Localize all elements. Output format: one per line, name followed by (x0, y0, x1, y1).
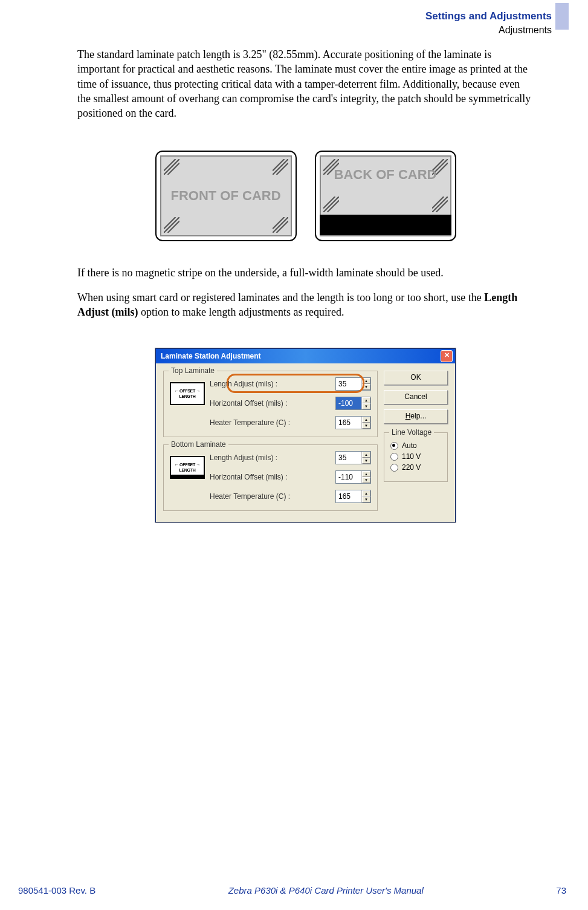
hatch-icon (432, 197, 448, 212)
dialog-titlebar[interactable]: Laminate Station Adjustment ✕ (156, 349, 455, 363)
bottom-hoffset-spinner[interactable]: ▲▼ (335, 470, 371, 484)
bottom-length-label: Length Adjust (mils) : (210, 453, 277, 462)
cancel-button[interactable]: Cancel (384, 390, 448, 405)
diagram-stripe (170, 475, 205, 478)
p3-c: option to make length adjustments as req… (138, 306, 344, 318)
bottom-laminate-group: Bottom Laminate ← OFFSET → LENGTH (163, 444, 378, 511)
spinner-up-icon[interactable]: ▲ (362, 397, 370, 403)
spinner-up-icon[interactable]: ▲ (362, 452, 370, 458)
svg-line-0 (164, 159, 179, 175)
p3-a: When using smart card or registered lami… (77, 291, 484, 304)
dialog-screenshot-wrap: Laminate Station Adjustment ✕ Top Lamina… (77, 348, 534, 522)
close-button[interactable]: ✕ (441, 350, 453, 362)
header-sub: Adjustments (425, 24, 552, 37)
diagram-length-label: LENGTH (179, 468, 196, 472)
cards-illustration: FRONT OF CARD BACK OF CARD (77, 151, 534, 241)
help-rest: elp... (410, 412, 426, 420)
voltage-110-label: 110 V (402, 452, 421, 461)
svg-line-18 (323, 197, 339, 212)
spinner-up-icon[interactable]: ▲ (362, 490, 370, 496)
spinner-down-icon[interactable]: ▼ (362, 384, 370, 390)
svg-line-9 (273, 217, 288, 233)
voltage-auto-row[interactable]: Auto (390, 441, 441, 450)
top-offset-diagram: ← OFFSET → LENGTH (170, 382, 205, 405)
spinner-down-icon[interactable]: ▼ (362, 496, 370, 502)
footer-center: Zebra P630i & P640i Card Printer User's … (228, 885, 424, 895)
bottom-heater-label: Heater Temperature (C) : (210, 492, 290, 501)
left-column: Top Laminate ← OFFSET → LENGTH (163, 371, 378, 511)
hatch-icon (164, 217, 179, 233)
voltage-auto-label: Auto (402, 441, 417, 450)
top-hoffset-spinner[interactable]: ▲▼ (335, 397, 371, 410)
spinner-down-icon[interactable]: ▼ (362, 458, 370, 464)
footer-left: 980541-003 Rev. B (18, 885, 95, 895)
top-length-label: Length Adjust (mils) : (210, 380, 277, 388)
bottom-offset-diagram: ← OFFSET → LENGTH (170, 456, 205, 479)
front-card: FRONT OF CARD (155, 151, 297, 241)
bottom-heater-input[interactable] (336, 490, 361, 502)
top-heater-label: Heater Temperature (C) : (210, 418, 290, 427)
header-tab (555, 3, 569, 30)
dialog-title: Laminate Station Adjustment (161, 352, 261, 360)
page-header: Settings and Adjustments Adjustments (425, 10, 552, 37)
diagram-offset-label: ← OFFSET → (175, 463, 201, 467)
line-voltage-legend: Line Voltage (389, 428, 434, 437)
svg-line-6 (164, 217, 179, 233)
laminate-adjustment-dialog: Laminate Station Adjustment ✕ Top Lamina… (155, 348, 456, 522)
top-laminate-legend: Top Laminate (169, 366, 217, 375)
top-hoffset-label: Horizontal Offset (mils) : (210, 399, 287, 408)
svg-line-21 (432, 197, 448, 212)
bottom-length-spinner[interactable]: ▲▼ (335, 451, 371, 464)
bottom-hoffset-label: Horizontal Offset (mils) : (210, 473, 287, 481)
top-heater-input[interactable] (336, 417, 361, 429)
top-length-spinner[interactable]: ▲▼ (335, 377, 371, 391)
content-area: The standard laminate patch length is 3.… (77, 47, 534, 522)
diagram-length-label: LENGTH (179, 394, 196, 398)
header-main: Settings and Adjustments (425, 10, 552, 23)
radio-icon[interactable] (390, 442, 398, 450)
voltage-220-row[interactable]: 220 V (390, 463, 441, 472)
hatch-icon (273, 159, 288, 175)
bottom-hoffset-input[interactable] (336, 471, 361, 483)
bottom-laminate-legend: Bottom Laminate (169, 440, 228, 449)
voltage-110-row[interactable]: 110 V (390, 452, 441, 461)
footer-page-number: 73 (556, 885, 566, 895)
hatch-icon (323, 197, 339, 212)
top-laminate-group: Top Laminate ← OFFSET → LENGTH (163, 371, 378, 437)
hatch-icon (164, 159, 179, 175)
back-card: BACK OF CARD (315, 151, 456, 241)
page-footer: 980541-003 Rev. B Zebra P630i & P640i Ca… (18, 885, 566, 895)
top-heater-spinner[interactable]: ▲▼ (335, 416, 371, 429)
spinner-down-icon[interactable]: ▼ (362, 423, 370, 429)
spinner-up-icon[interactable]: ▲ (362, 378, 370, 384)
back-card-label: BACK OF CARD (334, 167, 437, 183)
spinner-up-icon[interactable]: ▲ (362, 417, 370, 423)
ok-button[interactable]: OK (384, 371, 448, 385)
help-button[interactable]: Help... (384, 409, 448, 424)
magnetic-stripe (320, 215, 451, 235)
top-hoffset-input[interactable] (336, 397, 361, 409)
spinner-up-icon[interactable]: ▲ (362, 471, 370, 477)
spinner-down-icon[interactable]: ▼ (362, 403, 370, 409)
spinner-down-icon[interactable]: ▼ (362, 477, 370, 483)
line-voltage-group: Line Voltage Auto 110 V 220 V (384, 432, 448, 482)
radio-icon[interactable] (390, 453, 398, 461)
close-icon: ✕ (444, 351, 450, 359)
radio-icon[interactable] (390, 464, 398, 472)
bottom-length-input[interactable] (336, 452, 361, 464)
svg-line-3 (273, 159, 288, 175)
right-column: OK Cancel Help... Line Voltage Auto 110 … (384, 371, 448, 511)
hatch-icon (273, 217, 288, 233)
dialog-body: Top Laminate ← OFFSET → LENGTH (156, 363, 455, 522)
top-length-input[interactable] (336, 378, 361, 390)
front-card-label: FRONT OF CARD (170, 188, 280, 204)
paragraph-1: The standard laminate patch length is 3.… (77, 47, 534, 120)
bottom-heater-spinner[interactable]: ▲▼ (335, 490, 371, 503)
voltage-220-label: 220 V (402, 463, 421, 472)
paragraph-3: When using smart card or registered lami… (77, 290, 534, 320)
paragraph-2: If there is no magnetic stripe on the un… (77, 265, 534, 280)
diagram-offset-label: ← OFFSET → (175, 389, 201, 393)
